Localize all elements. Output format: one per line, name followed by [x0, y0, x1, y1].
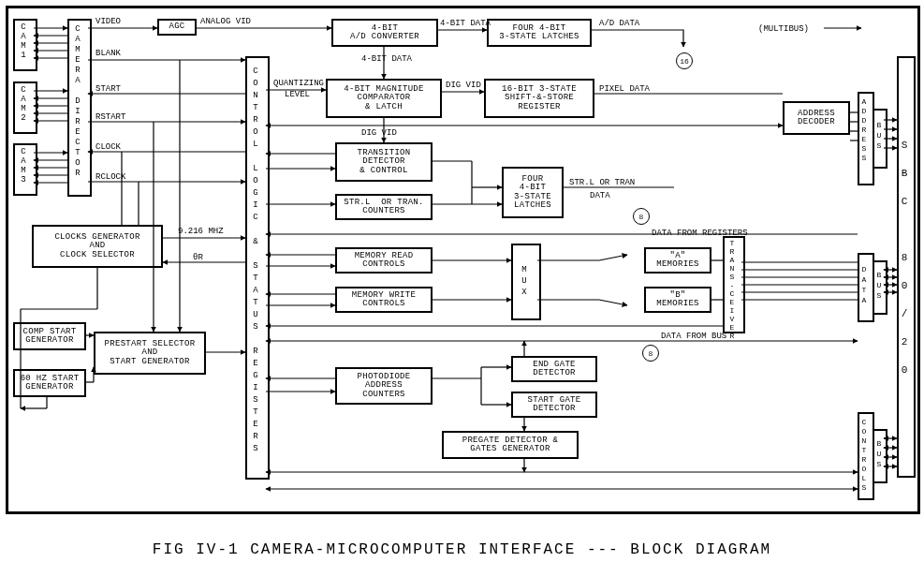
figure-caption: FIG IV-1 CAMERA-MICROCOMPUTER INTERFACE … — [0, 541, 924, 558]
connections-svg — [0, 0, 924, 562]
